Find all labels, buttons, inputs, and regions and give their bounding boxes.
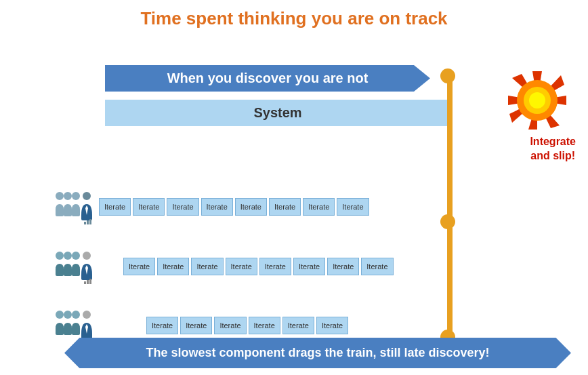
iterate-box: Iterate	[316, 317, 348, 334]
iterate-box: Iterate	[123, 258, 155, 275]
iterate-box: Iterate	[293, 258, 325, 275]
svg-point-29	[72, 311, 80, 319]
svg-rect-17	[87, 220, 89, 224]
iterate-row-2: Iterate Iterate Iterate Iterate Iterate …	[123, 258, 394, 275]
svg-point-12	[64, 192, 72, 200]
bottom-banner: The slowest component drags the train, s…	[64, 338, 571, 368]
iterate-box: Iterate	[249, 317, 280, 334]
svg-rect-18	[89, 219, 91, 224]
iterate-box: Iterate	[361, 258, 393, 275]
diagram-area: When you discover you are not System Int…	[0, 35, 588, 375]
integrate-text: Integrate and slip!	[530, 135, 576, 163]
svg-point-13	[72, 192, 80, 200]
svg-point-19	[56, 252, 64, 260]
iterate-box: Iterate	[259, 258, 291, 275]
iterate-box: Iterate	[99, 198, 131, 216]
iterate-box: Iterate	[235, 198, 267, 216]
iterate-row-3: Iterate Iterate Iterate Iterate Iterate …	[146, 317, 348, 334]
iterate-box: Iterate	[269, 198, 301, 216]
svg-point-10	[529, 92, 545, 108]
iterate-box: Iterate	[191, 258, 223, 275]
iterate-box: Iterate	[201, 198, 233, 216]
svg-point-11	[56, 192, 64, 200]
iterate-box: Iterate	[133, 198, 165, 216]
people-group-2	[54, 249, 96, 284]
iterate-row-1: Iterate Iterate Iterate Iterate Iterate …	[99, 198, 369, 216]
svg-point-22	[83, 252, 91, 260]
svg-point-30	[83, 311, 91, 319]
iterate-box: Iterate	[180, 317, 212, 334]
iterate-box: Iterate	[214, 317, 246, 334]
iterate-box: Iterate	[157, 258, 189, 275]
main-title: Time spent thinking you are on track	[0, 0, 588, 29]
iterate-box: Iterate	[282, 317, 314, 334]
discover-banner: When you discover you are not	[105, 65, 430, 92]
svg-rect-26	[89, 279, 91, 284]
svg-point-21	[72, 252, 80, 260]
svg-point-28	[64, 311, 72, 319]
iterate-box: Iterate	[226, 258, 257, 275]
svg-point-20	[64, 252, 72, 260]
svg-point-14	[83, 192, 91, 200]
orange-circle-top	[440, 68, 455, 83]
iterate-box: Iterate	[146, 317, 178, 334]
svg-rect-16	[84, 222, 86, 224]
orange-line-top	[447, 74, 453, 223]
team-row-1: Iterate Iterate Iterate Iterate Iterate …	[54, 189, 369, 224]
svg-point-27	[56, 311, 64, 319]
iterate-box: Iterate	[303, 198, 335, 216]
explosion-graphic	[507, 70, 568, 131]
team-row-2: Iterate Iterate Iterate Iterate Iterate …	[54, 249, 394, 284]
svg-rect-25	[87, 280, 89, 284]
iterate-box: Iterate	[327, 258, 359, 275]
orange-line-bottom	[447, 223, 453, 335]
people-group-1	[54, 189, 96, 224]
system-banner: System	[105, 100, 450, 126]
iterate-box: Iterate	[337, 198, 369, 216]
svg-rect-24	[84, 281, 86, 284]
iterate-box: Iterate	[167, 198, 198, 216]
